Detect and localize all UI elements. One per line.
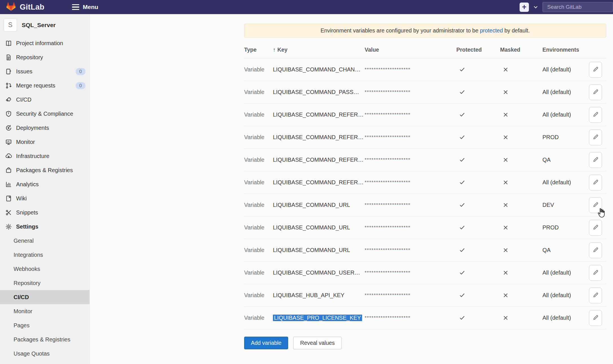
sidebar-item-wiki[interactable]: Wiki	[0, 191, 89, 205]
reveal-values-button[interactable]: Reveal values	[293, 337, 341, 349]
column-header-value[interactable]: Value	[365, 47, 456, 53]
hamburger-icon	[72, 4, 79, 10]
sidebar-item-deployments[interactable]: Deployments	[0, 121, 89, 135]
sidebar-project-row[interactable]: S SQL_Server	[0, 14, 89, 36]
sidebar-item-analytics[interactable]: Analytics	[0, 177, 89, 191]
variable-type: Variable	[244, 269, 273, 276]
new-item-button[interactable]: +	[520, 3, 529, 12]
variable-key-text[interactable]: LIQUIBASE_HUB_API_KEY	[273, 292, 344, 298]
edit-variable-button[interactable]	[589, 242, 602, 258]
masked-cross-icon	[500, 135, 542, 140]
masked-cross-icon	[500, 157, 542, 163]
sidebar-item-repository[interactable]: Repository	[0, 50, 89, 64]
sidebar-subitem-usage-quotas[interactable]: Usage Quotas	[0, 347, 89, 361]
pencil-icon	[592, 269, 599, 277]
variable-key-text[interactable]: LIQUIBASE_COMMAND_CHAN…	[273, 66, 360, 73]
sidebar-subitem-packages-registries[interactable]: Packages & Registries	[0, 332, 89, 347]
package-icon	[5, 167, 12, 174]
sidebar-item-infrastructure[interactable]: Infrastructure	[0, 149, 89, 163]
variable-type: Variable	[244, 315, 273, 321]
protected-check-icon	[456, 157, 500, 163]
variable-key-text[interactable]: LIQUIBASE_COMMAND_REFER…	[273, 134, 364, 140]
column-header-environments[interactable]: Environments	[542, 47, 589, 53]
project-name: SQL_Server	[22, 22, 56, 28]
sidebar-item-label: Infrastructure	[16, 153, 49, 159]
column-header-key[interactable]: ↑Key	[273, 47, 365, 53]
edit-variable-button[interactable]	[589, 265, 602, 281]
column-header-masked[interactable]: Masked	[500, 47, 542, 53]
search-input[interactable]	[542, 2, 613, 12]
column-header-protected[interactable]: Protected	[456, 47, 500, 53]
sidebar-item-packages-registries[interactable]: Packages & Registries	[0, 163, 89, 177]
sidebar-nav: Project informationRepositoryIssues0Merg…	[0, 36, 89, 361]
sidebar-item-ci-cd[interactable]: CI/CD	[0, 93, 89, 107]
table-actions: Add variable Reveal values	[244, 337, 606, 349]
menu-button[interactable]: Menu	[72, 4, 98, 10]
variable-environment: All (default)	[542, 292, 589, 299]
sidebar-item-monitor[interactable]: Monitor	[0, 135, 89, 149]
variable-environment: QA	[542, 247, 589, 253]
masked-cross-icon	[500, 225, 542, 230]
chevron-down-icon[interactable]	[533, 5, 538, 9]
sidebar-subitem-pages[interactable]: Pages	[0, 318, 89, 332]
analytics-icon	[5, 181, 12, 188]
variable-key-text[interactable]: LIQUIBASE_COMMAND_PASS…	[273, 89, 359, 95]
sidebar-item-security-compliance[interactable]: Security & Compliance	[0, 107, 89, 121]
edit-variable-button[interactable]	[589, 84, 602, 100]
sidebar-subitem-general[interactable]: General	[0, 234, 89, 248]
sidebar-subitem-monitor[interactable]: Monitor	[0, 304, 89, 318]
masked-value: ********************	[365, 157, 456, 163]
edit-variable-button[interactable]	[589, 288, 602, 303]
monitor-icon	[5, 139, 12, 145]
variable-key-text[interactable]: LIQUIBASE_COMMAND_URL	[273, 224, 350, 231]
plus-icon: +	[522, 3, 527, 11]
variable-key-text[interactable]: LIQUIBASE_COMMAND_USER…	[273, 269, 360, 276]
edit-variable-button[interactable]	[589, 197, 602, 213]
edit-variable-button[interactable]	[589, 220, 602, 236]
variable-key-text[interactable]: LIQUIBASE_COMMAND_URL	[273, 247, 350, 253]
sidebar-item-project-information[interactable]: Project information	[0, 36, 89, 50]
gitlab-logo[interactable]: GitLab	[6, 2, 44, 12]
variable-key-text[interactable]: LIQUIBASE_COMMAND_URL	[273, 202, 350, 208]
sidebar-item-label: Security & Compliance	[16, 111, 73, 117]
selected-variable-key-text[interactable]: LIQUIBASE_PRO_LICENSE_KEY	[273, 315, 362, 321]
sidebar-subitem-repository[interactable]: Repository	[0, 276, 89, 290]
add-variable-button[interactable]: Add variable	[244, 337, 288, 349]
count-badge: 0	[76, 82, 86, 89]
variable-key: LIQUIBASE_COMMAND_PASS…	[273, 89, 365, 95]
protected-check-icon	[456, 179, 500, 185]
sidebar-subitem-webhooks[interactable]: Webhooks	[0, 262, 89, 276]
protected-check-icon	[456, 202, 500, 208]
sidebar-item-label: Project information	[16, 40, 63, 47]
sidebar-subitem-ci-cd[interactable]: CI/CD	[0, 290, 89, 304]
masked-cross-icon	[500, 89, 542, 95]
variables-table-header: Type ↑Key Value Protected Masked Environ…	[244, 47, 606, 58]
edit-variable-button[interactable]	[589, 107, 602, 123]
sidebar-item-settings[interactable]: Settings	[0, 220, 89, 234]
edit-variable-button[interactable]	[589, 130, 602, 145]
edit-variable-button[interactable]	[589, 152, 602, 168]
column-header-type[interactable]: Type	[244, 47, 273, 53]
variable-key-text[interactable]: LIQUIBASE_COMMAND_REFER…	[273, 111, 364, 118]
protected-link[interactable]: protected	[480, 27, 503, 34]
gitlab-tanuki-icon	[6, 2, 16, 12]
pencil-icon	[592, 224, 599, 231]
sidebar-item-issues[interactable]: Issues0	[0, 64, 89, 78]
protected-check-icon	[456, 134, 500, 140]
sidebar-subitem-integrations[interactable]: Integrations	[0, 248, 89, 262]
edit-variable-button[interactable]	[589, 175, 602, 190]
pencil-icon	[592, 314, 599, 322]
protected-variables-banner: Environment variables are configured by …	[244, 24, 606, 38]
pencil-icon	[592, 292, 599, 299]
sidebar-item-merge-requests[interactable]: Merge requests0	[0, 78, 89, 93]
edit-variable-button[interactable]	[589, 62, 602, 78]
variable-row: VariableLIQUIBASE_COMMAND_REFER…********…	[244, 126, 606, 149]
variable-row: VariableLIQUIBASE_PRO_LICENSE_KEY*******…	[244, 307, 606, 329]
variable-type: Variable	[244, 89, 273, 95]
sidebar-item-snippets[interactable]: Snippets	[0, 205, 89, 220]
masked-value: ********************	[365, 112, 456, 118]
merge-request-icon	[5, 82, 12, 89]
variable-key-text[interactable]: LIQUIBASE_COMMAND_REFER…	[273, 157, 364, 163]
edit-variable-button[interactable]	[589, 310, 602, 326]
variable-key-text[interactable]: LIQUIBASE_COMMAND_REFER…	[273, 179, 364, 185]
